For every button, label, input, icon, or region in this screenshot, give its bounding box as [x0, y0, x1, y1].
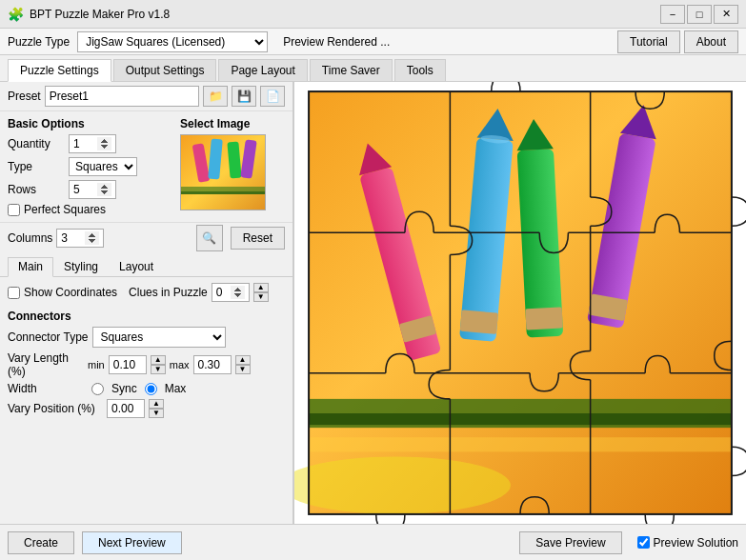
tab-time-saver[interactable]: Time Saver: [310, 59, 393, 81]
about-button[interactable]: About: [684, 30, 738, 53]
quantity-row: Quantity: [8, 134, 172, 153]
puzzle-type-label: Puzzle Type: [8, 35, 70, 49]
basic-options: Basic Options Quantity Type Squares Rows: [8, 117, 172, 216]
sub-tab-bar: Main Styling Layout: [0, 255, 292, 277]
puzzle-type-select[interactable]: JigSaw Squares (Licensed): [77, 31, 268, 52]
clues-spin-up[interactable]: ▲: [253, 283, 269, 292]
preview-solution-checkbox[interactable]: [637, 536, 650, 549]
rows-input[interactable]: [69, 180, 116, 199]
vary-min-input[interactable]: [109, 355, 147, 374]
subtab-main[interactable]: Main: [8, 257, 53, 277]
vary-max-spin-up[interactable]: ▲: [235, 355, 251, 365]
vary-min-spin-down[interactable]: ▼: [151, 365, 166, 374]
quantity-input[interactable]: [69, 134, 116, 153]
maximize-button[interactable]: □: [687, 5, 712, 24]
select-image-title: Select Image: [180, 117, 285, 130]
columns-input[interactable]: [56, 229, 104, 248]
saveas-preset-button[interactable]: 📄: [260, 86, 285, 107]
puzzle-preview-svg: [294, 82, 746, 524]
image-preview[interactable]: [180, 134, 266, 210]
minimize-button[interactable]: −: [660, 5, 685, 24]
svg-rect-10: [309, 437, 732, 451]
svg-rect-9: [309, 413, 732, 425]
search-button[interactable]: 🔍: [196, 225, 223, 251]
width-radio-group: Sync Max: [91, 382, 186, 395]
reset-button[interactable]: Reset: [231, 227, 285, 250]
vary-length-row: Vary Length (%) min ▲ ▼ max ▲ ▼: [8, 351, 285, 378]
vary-max-spin-down[interactable]: ▼: [235, 365, 251, 374]
left-panel: Preset 📁 💾 📄 Basic Options Quantity: [0, 82, 293, 524]
preview-solution-row: Preview Solution: [637, 536, 738, 550]
right-panel: [293, 82, 746, 524]
columns-reset-row: Columns 🔍 Reset: [0, 222, 292, 255]
perfect-squares-checkbox[interactable]: [8, 204, 20, 216]
columns-label: Columns: [8, 231, 52, 245]
preset-input[interactable]: [45, 86, 199, 107]
menu-bar: Puzzle Type JigSaw Squares (Licensed) Pr…: [0, 29, 746, 55]
vary-max-input[interactable]: [193, 355, 232, 374]
sync-radio[interactable]: [91, 383, 104, 395]
app-icon: 🧩: [8, 7, 24, 22]
vary-pos-spin-up[interactable]: ▲: [149, 399, 164, 409]
connectors-title: Connectors: [8, 310, 285, 323]
preview-solution-label: Preview Solution: [654, 536, 738, 550]
vary-max-label: max: [170, 359, 190, 370]
connectors-section: Connectors Connector Type Squares Vary L…: [8, 310, 285, 418]
preset-row: Preset 📁 💾 📄: [0, 82, 292, 111]
next-preview-button[interactable]: Next Preview: [82, 531, 182, 554]
svg-rect-21: [525, 307, 562, 330]
tab-page-layout[interactable]: Page Layout: [218, 59, 307, 81]
rows-row: Rows: [8, 180, 172, 199]
tab-output-settings[interactable]: Output Settings: [113, 59, 217, 81]
width-label: Width: [8, 382, 84, 395]
type-select[interactable]: Squares: [69, 157, 137, 176]
saveas-icon: 📄: [266, 90, 280, 103]
vary-pos-spin-down[interactable]: ▼: [149, 409, 164, 418]
main-content: Preset 📁 💾 📄 Basic Options Quantity: [0, 82, 746, 524]
perfect-squares-row: Perfect Squares: [8, 203, 172, 216]
app-title: BPT Puzzle Maker Pro v1.8: [30, 8, 660, 21]
basic-options-title: Basic Options: [8, 117, 172, 130]
quantity-label: Quantity: [8, 137, 65, 150]
clues-spin-down[interactable]: ▼: [253, 292, 269, 302]
perfect-squares-label: Perfect Squares: [24, 203, 106, 216]
save-preview-button[interactable]: Save Preview: [519, 531, 621, 554]
options-area: Basic Options Quantity Type Squares Rows: [0, 111, 292, 222]
save-icon: 💾: [237, 90, 252, 103]
window-controls: − □ ✕: [660, 5, 738, 24]
create-button[interactable]: Create: [8, 531, 74, 554]
sync-label: Sync: [111, 382, 137, 395]
vary-position-row: Vary Position (%) ▲ ▼: [8, 399, 285, 418]
max-radio[interactable]: [145, 383, 157, 395]
type-label: Type: [8, 160, 65, 173]
svg-rect-2: [181, 191, 265, 194]
close-button[interactable]: ✕: [714, 5, 738, 24]
search-icon: 🔍: [202, 231, 216, 245]
save-preset-button[interactable]: 💾: [232, 86, 256, 107]
subtab-layout[interactable]: Layout: [109, 257, 164, 276]
vary-min-spin-up[interactable]: ▲: [151, 355, 166, 365]
preset-label: Preset: [8, 90, 41, 103]
select-image-area: Select Image: [180, 117, 285, 216]
show-coordinates-checkbox[interactable]: [8, 287, 20, 299]
clues-label: Clues in Puzzle: [129, 286, 208, 299]
svg-rect-17: [460, 310, 498, 333]
clues-input[interactable]: [212, 283, 250, 302]
width-row: Width Sync Max: [8, 382, 285, 395]
tutorial-button[interactable]: Tutorial: [617, 30, 680, 53]
vary-min-label: min: [88, 359, 105, 370]
main-tab-bar: Puzzle Settings Output Settings Page Lay…: [0, 55, 746, 82]
connector-type-select[interactable]: Squares: [92, 327, 226, 348]
vary-position-input[interactable]: [107, 399, 145, 418]
bottom-bar: Create Next Preview Save Preview Preview…: [0, 524, 746, 560]
subtab-styling[interactable]: Styling: [53, 257, 109, 276]
tab-tools[interactable]: Tools: [394, 59, 446, 81]
tab-puzzle-settings[interactable]: Puzzle Settings: [8, 59, 111, 82]
image-preview-svg: [181, 134, 265, 210]
vary-position-label: Vary Position (%): [8, 402, 103, 415]
show-coordinates-label: Show Coordinates: [24, 286, 117, 299]
open-preset-button[interactable]: 📁: [203, 86, 228, 107]
preview-label: Preview Rendered ...: [283, 35, 614, 49]
connector-type-label: Connector Type: [8, 330, 89, 344]
show-coordinates-row: Show Coordinates Clues in Puzzle ▲ ▼: [8, 283, 285, 302]
